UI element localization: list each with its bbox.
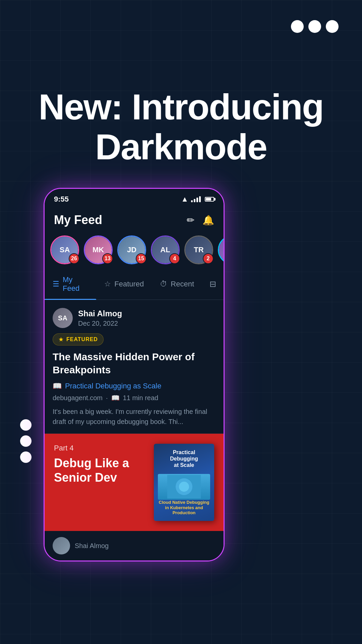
book-author-row: Shai Almog bbox=[45, 531, 224, 560]
book-part: Part 4 bbox=[54, 444, 147, 452]
story-item-2[interactable]: MK 13 bbox=[85, 236, 112, 263]
story-item-4[interactable]: AL 4 bbox=[152, 236, 179, 263]
side-dot-1 bbox=[20, 419, 32, 431]
logo-dot-2 bbox=[308, 20, 321, 33]
featured-badge: ★ FEATURED bbox=[53, 333, 104, 345]
story-count-3: 15 bbox=[136, 253, 146, 264]
status-bar: 9:55 ▲ bbox=[45, 189, 224, 207]
article-card: SA Shai Almog Dec 20, 2022 ★ FEATURED Th… bbox=[45, 300, 224, 434]
story-count-5: 2 bbox=[203, 253, 214, 264]
featured-badge-text: FEATURED bbox=[66, 336, 98, 342]
book-cover: PracticalDebuggingat Scale Cloud Native … bbox=[154, 444, 214, 521]
book-cover-image bbox=[158, 474, 210, 500]
tab-my-feed-icon: ☰ bbox=[53, 280, 59, 288]
svg-point-2 bbox=[179, 482, 189, 492]
article-meta-dot: · bbox=[106, 394, 108, 402]
bell-icon[interactable]: 🔔 bbox=[202, 215, 214, 226]
story-item-5[interactable]: TR 2 bbox=[185, 236, 212, 263]
tab-featured-icon: ☆ bbox=[104, 280, 111, 288]
tab-featured-label: Featured bbox=[114, 280, 144, 288]
side-dot-2 bbox=[20, 435, 32, 447]
author-row: SA Shai Almog Dec 20, 2022 bbox=[53, 308, 216, 328]
hero-line1: New: Introducing bbox=[39, 87, 323, 127]
side-dot-3 bbox=[20, 451, 32, 463]
status-time: 9:55 bbox=[54, 195, 69, 204]
logo-dot-1 bbox=[291, 20, 304, 33]
article-excerpt: It's been a big week. I'm currently revi… bbox=[53, 407, 216, 427]
story-count-1: 26 bbox=[69, 253, 79, 264]
book-card-text: Part 4 Debug Like a Senior Dev bbox=[54, 444, 147, 485]
book-author-avatar bbox=[53, 537, 70, 554]
wifi-icon: ▲ bbox=[181, 195, 188, 204]
battery-icon bbox=[205, 197, 214, 202]
tab-my-feed-label: My Feed bbox=[63, 275, 88, 293]
phone-mockup: 9:55 ▲ My Feed ✏ 🔔 bbox=[44, 188, 225, 644]
tab-featured[interactable]: ☆ Featured bbox=[96, 273, 152, 295]
hero-line2: Darkmode bbox=[95, 126, 267, 167]
author-date: Dec 20, 2022 bbox=[78, 320, 122, 327]
story-item-3[interactable]: JD 15 bbox=[118, 236, 145, 263]
feed-header: My Feed ✏ 🔔 bbox=[45, 207, 224, 231]
author-avatar: SA bbox=[53, 308, 73, 328]
source-book-icon: 📖 bbox=[53, 382, 62, 390]
source-name: Practical Debugging as Scale bbox=[65, 382, 161, 390]
logo-dot-3 bbox=[326, 20, 339, 33]
status-icons: ▲ bbox=[181, 195, 214, 204]
story-item-6[interactable]: KP 2 bbox=[219, 236, 224, 263]
tab-recent-label: Recent bbox=[171, 280, 194, 288]
avatar-6: KP bbox=[219, 236, 224, 263]
article-read-time: 11 min read bbox=[123, 394, 159, 402]
book-card[interactable]: Part 4 Debug Like a Senior Dev Practical… bbox=[45, 434, 224, 531]
book-cover-subtitle: Cloud Native Debugging in Kubernetes and… bbox=[158, 500, 210, 516]
top-logo bbox=[291, 20, 339, 33]
filter-icon: ⊟ bbox=[209, 279, 216, 288]
book-card-title: Debug Like a Senior Dev bbox=[54, 456, 147, 485]
filter-button[interactable]: ⊟ bbox=[202, 273, 224, 296]
article-title[interactable]: The Massive Hidden Power of Breakpoints bbox=[53, 350, 216, 376]
author-info: Shai Almog Dec 20, 2022 bbox=[78, 309, 122, 327]
tab-recent[interactable]: ⏱ Recent bbox=[152, 273, 202, 295]
story-count-2: 13 bbox=[102, 253, 113, 264]
hero-text: New: Introducing Darkmode bbox=[0, 87, 362, 167]
phone-frame: 9:55 ▲ My Feed ✏ 🔔 bbox=[44, 188, 225, 561]
article-meta: debugagent.com · 📖 11 min read bbox=[53, 394, 216, 402]
article-read-icon: 📖 bbox=[111, 394, 120, 402]
story-item-1[interactable]: SA 26 bbox=[51, 236, 78, 263]
side-logo bbox=[20, 419, 32, 463]
story-count-4: 4 bbox=[169, 253, 180, 264]
tab-my-feed[interactable]: ☰ My Feed bbox=[45, 269, 96, 300]
book-author-name: Shai Almog bbox=[75, 542, 109, 550]
feed-title: My Feed bbox=[54, 213, 102, 227]
stories-row: SA 26 MK 13 JD bbox=[45, 231, 224, 269]
signal-icon bbox=[191, 196, 201, 202]
author-name: Shai Almog bbox=[78, 309, 122, 318]
tab-recent-icon: ⏱ bbox=[160, 280, 167, 288]
article-domain: debugagent.com bbox=[53, 394, 103, 402]
book-cover-title: PracticalDebuggingat Scale bbox=[170, 449, 198, 469]
header-actions: ✏ 🔔 bbox=[187, 215, 214, 226]
tabs-row: ☰ My Feed ☆ Featured ⏱ Recent ⊟ bbox=[45, 269, 224, 300]
edit-icon[interactable]: ✏ bbox=[187, 215, 194, 226]
article-source-link[interactable]: 📖 Practical Debugging as Scale bbox=[53, 382, 216, 390]
